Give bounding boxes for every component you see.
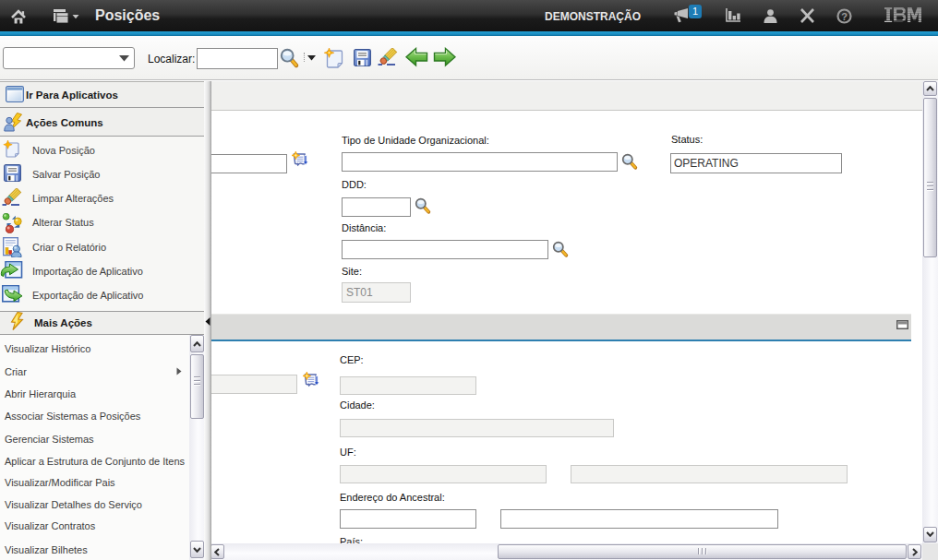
- svg-text:?: ?: [841, 11, 848, 22]
